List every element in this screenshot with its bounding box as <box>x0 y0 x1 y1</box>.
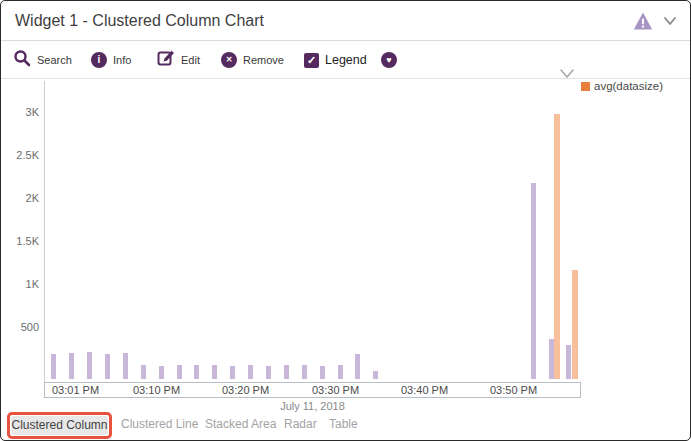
x-tick-label: 03:20 PM <box>222 384 269 396</box>
tab-table[interactable]: Table <box>329 417 358 431</box>
bar <box>302 365 307 379</box>
y-tick-label: 3K <box>1 106 39 118</box>
y-tick-label: 500 <box>1 321 39 333</box>
bar <box>123 353 128 379</box>
bar <box>266 366 271 379</box>
legend-label: avg(datasize) <box>594 80 663 92</box>
tab-clustered-line[interactable]: Clustered Line <box>121 417 198 431</box>
bar <box>355 354 360 379</box>
legend-collapse-chevron-icon[interactable] <box>557 67 577 81</box>
x-tick-label: 03:10 PM <box>133 384 180 396</box>
y-tick-label: 1K <box>1 278 39 290</box>
legend-item[interactable]: avg(datasize) <box>581 80 663 92</box>
x-tick-label: 03:01 PM <box>52 384 99 396</box>
bar <box>554 114 560 379</box>
bar <box>248 365 253 379</box>
bar <box>338 365 343 379</box>
legend-swatch <box>581 82 590 91</box>
x-tick-label: 03:40 PM <box>401 384 448 396</box>
x-axis-date-label: July 11, 2018 <box>44 400 581 412</box>
time-axis-scroller[interactable]: 03:01 PM03:10 PM03:20 PM03:30 PM03:40 PM… <box>44 382 581 398</box>
bar <box>284 365 289 379</box>
chart-plot: 5001K1.5K2K2.5K3K <box>1 1 690 440</box>
y-tick-label: 2K <box>1 192 39 204</box>
bar <box>320 366 325 379</box>
widget-container: Widget 1 - Clustered Column Chart Search <box>0 0 691 441</box>
y-tick-label: 2.5K <box>1 149 39 161</box>
bar <box>69 353 74 379</box>
bar <box>141 365 146 379</box>
tab-clustered-column[interactable]: Clustered Column <box>11 416 108 435</box>
bar <box>566 345 571 379</box>
chart-type-tab-bar: Clustered Column Clustered Line Stacked … <box>1 412 690 441</box>
bar <box>177 365 182 379</box>
x-tick-label: 03:30 PM <box>312 384 359 396</box>
tab-radar[interactable]: Radar <box>284 417 317 431</box>
bar <box>87 352 92 379</box>
bar <box>373 371 378 379</box>
bar <box>212 365 217 379</box>
bar <box>531 183 536 379</box>
tab-stacked-area[interactable]: Stacked Area <box>205 417 276 431</box>
bar <box>159 366 164 379</box>
bar <box>230 366 235 379</box>
bar <box>51 354 56 379</box>
bar <box>572 270 578 379</box>
bar <box>194 365 199 379</box>
x-tick-label: 03:50 PM <box>490 384 537 396</box>
y-tick-label: 1.5K <box>1 235 39 247</box>
bar <box>105 354 110 379</box>
